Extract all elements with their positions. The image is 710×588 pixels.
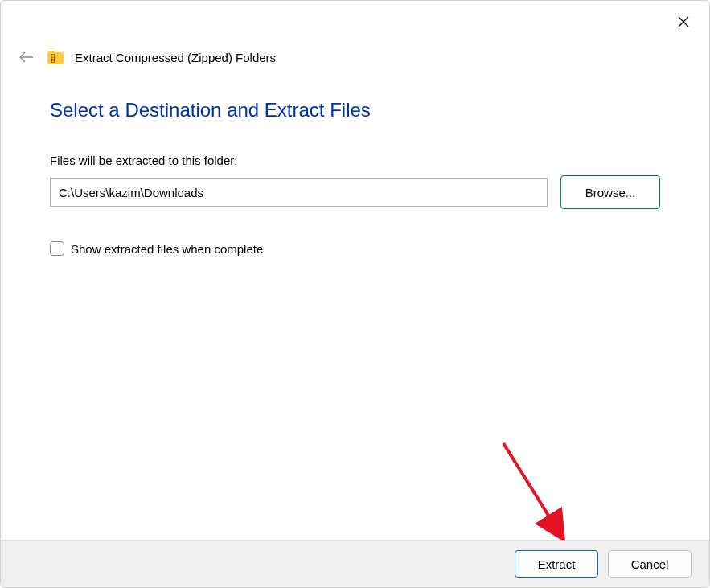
cancel-button[interactable]: Cancel [608, 550, 692, 578]
close-button[interactable] [674, 12, 693, 31]
show-files-label: Show extracted files when complete [71, 242, 263, 256]
wizard-header: Extract Compressed (Zipped) Folders [17, 47, 276, 67]
destination-path-input[interactable] [50, 178, 548, 207]
close-icon [677, 15, 690, 28]
extract-button[interactable]: Extract [515, 550, 598, 578]
arrow-left-icon [18, 49, 35, 65]
dialog-footer: Extract Cancel [1, 540, 709, 587]
browse-button[interactable]: Browse... [560, 175, 660, 209]
svg-line-3 [503, 443, 564, 540]
destination-label: Files will be extracted to this folder: [50, 154, 660, 167]
back-button[interactable] [17, 47, 36, 67]
wizard-title: Extract Compressed (Zipped) Folders [75, 51, 276, 64]
content-area: Select a Destination and Extract Files F… [50, 99, 660, 256]
destination-row: Browse... [50, 175, 660, 209]
page-heading: Select a Destination and Extract Files [50, 99, 660, 121]
show-files-option: Show extracted files when complete [50, 241, 660, 256]
show-files-checkbox[interactable] [50, 241, 64, 256]
zip-folder-icon [47, 51, 64, 64]
